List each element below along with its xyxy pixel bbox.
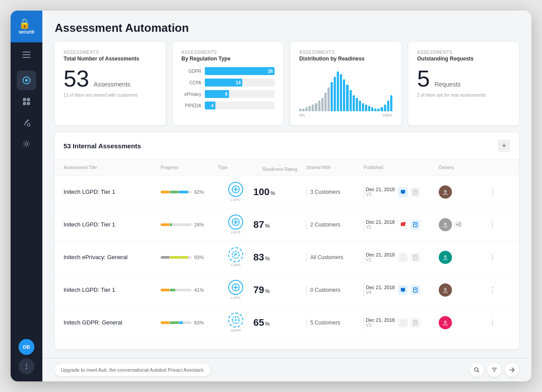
bar-value-eprivacy: 9: [225, 92, 228, 97]
row-type-1: LGPD: [218, 215, 253, 234]
row-published-1: Dec 21, 2018V1: [364, 218, 439, 231]
dist-bar-14: [343, 79, 345, 111]
bar-fill-ccpa: 14: [205, 79, 242, 87]
readiness-number-0: 100: [253, 186, 270, 198]
pub-icon-chat-red-1-0[interactable]: [398, 220, 408, 230]
stat-subtitle-total: 11 of them are shared with customers: [64, 93, 157, 98]
col-header-shared: Shared With: [306, 165, 364, 170]
pub-icon-file-blue-3-1[interactable]: [410, 285, 420, 295]
logo-icon: 🔒: [19, 18, 34, 30]
sidebar-bottom: DB: [19, 339, 34, 381]
owner-avatar-4: [439, 316, 452, 329]
row-menu-1[interactable]: ⋮: [489, 220, 496, 229]
chat-upgrade-message[interactable]: Upgrade to meet Auti, the conversational…: [55, 364, 211, 376]
bar-fill-gdpr: 26: [205, 67, 275, 75]
more-options[interactable]: [19, 358, 34, 374]
bar-row-gdpr: GDPR 26: [181, 67, 275, 75]
add-assessment-button[interactable]: +: [498, 139, 510, 152]
dist-bar-4: [312, 105, 314, 111]
dist-bar-21: [365, 105, 367, 111]
stat-label-regulation: Assessments: [181, 50, 275, 55]
sidebar-item-tools[interactable]: [17, 113, 36, 132]
row-progress-0: 62%: [161, 189, 218, 195]
bar-row-pipeda: PIPEDA 4: [181, 102, 275, 109]
readiness-sort-arrow[interactable]: ↓: [279, 163, 281, 167]
table-row[interactable]: Initech GDPR: General63%GDPR65%5 Custome…: [55, 306, 519, 339]
bar-row-eprivacy: ePrivacy 9: [181, 90, 275, 98]
pub-icon-chat-3-0[interactable]: [398, 285, 408, 295]
sidebar-item-settings[interactable]: [17, 134, 36, 154]
owner-avatar-1: [439, 218, 452, 231]
readiness-pct-1: %: [265, 223, 270, 229]
page-title: Assessment Automation: [55, 21, 519, 35]
stat-number-outstanding: 5: [417, 67, 430, 90]
table-body: Initech LGPD: Tier 162%LGPD100%3 Custome…: [55, 176, 519, 349]
dist-bar-13: [340, 74, 342, 111]
pub-icon-file-2-1[interactable]: [410, 253, 420, 262]
search-icon-button[interactable]: [470, 363, 484, 377]
row-progress-1: 24%: [161, 222, 218, 227]
pub-icon-file-4-1[interactable]: [410, 318, 420, 328]
stat-card-regulation: Assessments By Regulation Type GDPR 26 C…: [173, 42, 283, 125]
svg-rect-29: [401, 255, 405, 260]
bottom-action-icons: [470, 363, 519, 377]
pub-icon-file-empty-4-0[interactable]: [398, 318, 408, 328]
stat-title-regulation: By Regulation Type: [181, 56, 275, 62]
readiness-number-3: 79: [253, 284, 264, 296]
row-menu-0[interactable]: ⋮: [489, 188, 496, 196]
dist-bar-19: [359, 101, 361, 111]
dist-bar-15: [346, 85, 348, 111]
col-header-readiness: ↓ Readiness Rating: [253, 163, 306, 172]
bar-track-eprivacy: 9: [205, 90, 275, 98]
page-header: Assessment Automation: [42, 11, 531, 42]
arrow-icon-button[interactable]: [505, 363, 519, 377]
sidebar-item-monitor[interactable]: [17, 71, 36, 90]
dist-bar-6: [318, 101, 320, 111]
row-menu-4[interactable]: ⋮: [489, 318, 496, 327]
dist-bar-26: [380, 107, 383, 111]
pub-icon-chat-0-0[interactable]: [398, 187, 408, 197]
filter-icon-button[interactable]: [487, 363, 501, 377]
pub-icon-file-empty-2-0[interactable]: [398, 253, 408, 262]
dist-bar-28: [387, 101, 389, 111]
owner-count-1: +2: [454, 221, 463, 228]
row-readiness-4: 65%: [253, 317, 306, 328]
stat-title-outstanding: Outstanding Requests: [417, 56, 510, 62]
table-row[interactable]: Initech LGPD: Tier 162%LGPD100%3 Custome…: [55, 176, 519, 208]
row-readiness-0: 100%: [253, 186, 306, 198]
row-menu-3[interactable]: ⋮: [489, 286, 496, 294]
table-row[interactable]: Initech LGPD: Tier 124%LGPD87%2 Customer…: [55, 208, 519, 241]
stat-card-outstanding: Assessments Outstanding Requests 5 Reque…: [408, 42, 519, 125]
logo[interactable]: 🔒 securiti: [11, 11, 42, 42]
dist-bar-12: [337, 72, 339, 111]
row-published-2: Dec 21, 2018V2: [364, 251, 439, 264]
readiness-number-1: 87: [253, 219, 264, 230]
svg-point-12: [26, 366, 27, 367]
svg-point-4: [25, 79, 28, 82]
pub-icon-file-0-1[interactable]: [410, 187, 420, 197]
readiness-pct-3: %: [265, 288, 270, 294]
readiness-pct-4: %: [265, 321, 270, 327]
dist-axis-start: 0%: [299, 113, 305, 117]
svg-point-11: [26, 364, 27, 365]
table-row[interactable]: Initech ePrivacy: General93%PLGPD83%All …: [55, 241, 519, 274]
sidebar: 🔒 securiti: [11, 11, 42, 381]
pub-icon-file-blue-1-1[interactable]: [410, 220, 420, 230]
dist-bar-25: [377, 109, 380, 111]
svg-rect-7: [23, 102, 26, 105]
table-row[interactable]: Initech LGPD: Tier 141%LGPD79%0 Customer…: [55, 274, 519, 306]
logo-text: securiti: [19, 30, 34, 35]
user-avatar[interactable]: DB: [19, 339, 34, 355]
dist-bar-27: [384, 105, 386, 111]
distribution-chart: [299, 67, 392, 111]
dist-bar-9: [327, 87, 330, 111]
dist-bar-2: [305, 107, 308, 111]
dist-bar-8: [324, 93, 327, 111]
bar-value-ccpa: 14: [236, 80, 241, 85]
sidebar-item-dashboard[interactable]: [17, 92, 36, 111]
row-menu-2[interactable]: ⋮: [489, 253, 496, 261]
row-progress-2: 93%: [161, 255, 218, 260]
hamburger-menu[interactable]: [11, 44, 42, 65]
readiness-label: Readiness Rating: [263, 167, 297, 172]
col-header-type: Type: [218, 165, 253, 170]
